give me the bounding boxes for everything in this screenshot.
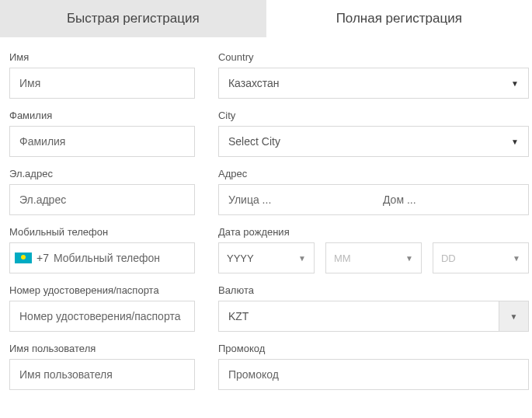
registration-tabs: Быстрая регистрация Полная регистрация xyxy=(0,0,532,37)
mobile-input-group: +7 xyxy=(9,242,195,273)
address-input-group xyxy=(218,184,529,215)
year-value: YYYY xyxy=(227,253,254,264)
city-label: City xyxy=(218,110,529,121)
promo-input[interactable] xyxy=(218,359,529,390)
currency-value: KZT xyxy=(219,301,499,331)
registration-form: Имя Фамилия Эл.адрес Мобильный телефон +… xyxy=(0,37,532,401)
chevron-down-icon[interactable]: ▼ xyxy=(499,301,528,331)
city-select[interactable]: Select City ▼ xyxy=(218,126,529,157)
chevron-down-icon: ▼ xyxy=(405,254,413,263)
mobile-label: Мобильный телефон xyxy=(9,226,195,238)
chevron-down-icon: ▼ xyxy=(513,254,520,263)
tab-quick-registration[interactable]: Быстрая регистрация xyxy=(0,0,266,37)
passport-input[interactable] xyxy=(9,301,195,332)
email-input[interactable] xyxy=(9,184,195,215)
country-value: Казахстан xyxy=(228,77,280,89)
username-label: Имя пользователя xyxy=(9,343,195,354)
chevron-down-icon: ▼ xyxy=(298,254,306,263)
chevron-down-icon: ▼ xyxy=(511,79,519,88)
city-value: Select City xyxy=(228,135,280,148)
flag-icon[interactable] xyxy=(15,253,32,263)
month-value: MM xyxy=(334,253,351,264)
year-select[interactable]: YYYY ▼ xyxy=(218,242,315,273)
mobile-input[interactable] xyxy=(54,243,190,273)
day-select[interactable]: DD ▼ xyxy=(433,242,529,273)
username-input[interactable] xyxy=(9,359,195,390)
name-label: Имя xyxy=(9,51,195,63)
email-label: Эл.адрес xyxy=(9,168,195,179)
promo-label: Промокод xyxy=(218,343,529,354)
name-input[interactable] xyxy=(9,68,195,99)
surname-input[interactable] xyxy=(9,126,195,157)
month-select[interactable]: MM ▼ xyxy=(325,242,422,273)
dob-label: Дата рождения xyxy=(218,226,529,238)
left-column: Имя Фамилия Эл.адрес Мобильный телефон +… xyxy=(9,51,195,401)
country-select[interactable]: Казахстан ▼ xyxy=(218,68,529,99)
currency-label: Валюта xyxy=(218,284,529,296)
passport-label: Номер удостоверения/паспорта xyxy=(9,284,195,296)
right-column: Country Казахстан ▼ City Select City ▼ А… xyxy=(218,51,529,401)
address-label: Адрес xyxy=(218,168,529,179)
country-label: Country xyxy=(218,51,529,63)
house-input[interactable] xyxy=(374,185,528,214)
currency-select[interactable]: KZT ▼ xyxy=(218,301,529,332)
phone-prefix: +7 xyxy=(37,252,49,264)
chevron-down-icon: ▼ xyxy=(511,138,519,146)
surname-label: Фамилия xyxy=(9,110,195,121)
street-input[interactable] xyxy=(219,185,374,214)
tab-full-registration[interactable]: Полная регистрация xyxy=(266,0,533,37)
day-value: DD xyxy=(441,253,456,264)
dob-input-group: YYYY ▼ MM ▼ DD ▼ xyxy=(218,242,529,273)
